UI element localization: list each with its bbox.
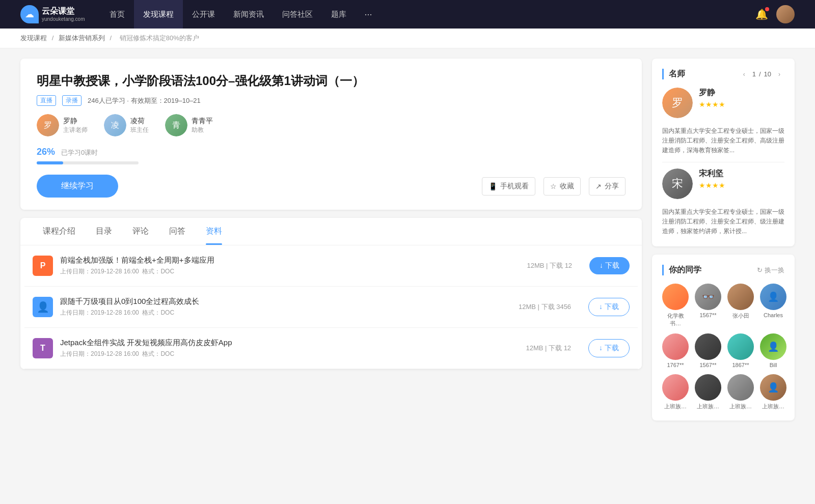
file-name-3: Jetpack全组件实战 开发短视频应用高仿皮皮虾App (60, 338, 519, 348)
left-panel: 明星中教授课，小学阶段语法100分–强化级第1讲动词（一） 直播 录播 246人… (20, 59, 642, 421)
classmate-3[interactable]: 张小田 (727, 284, 754, 327)
navbar-right: 🔔 (755, 5, 795, 23)
classmate-8[interactable]: 👤 Bill (760, 333, 786, 368)
classmate-avatar-4: 👤 (760, 284, 786, 310)
download-button-1[interactable]: ↓ 下载 (589, 257, 630, 274)
download-button-3[interactable]: ↓ 下载 (588, 339, 630, 357)
teacher-2-info: 凌荷 班主任 (130, 117, 149, 134)
share-button[interactable]: ↗ 分享 (589, 177, 626, 195)
teacher-2-role: 班主任 (130, 126, 149, 134)
tab-materials[interactable]: 资料 (196, 218, 232, 245)
share-icon: ↗ (595, 182, 602, 190)
classmates-header: 你的同学 ↻ 换一换 (662, 265, 784, 275)
prev-page-button[interactable]: ‹ (739, 69, 749, 79)
breadcrumb-sep2: / (110, 34, 113, 42)
file-meta-3: 上传日期：2019-12-28 16:00 格式：DOC (60, 350, 519, 358)
classmate-avatar-10 (695, 374, 721, 401)
teacher-profile-info-1: 罗静 ★★★★ (699, 88, 784, 118)
classmate-avatar-11 (727, 374, 754, 401)
nav-item-quiz[interactable]: 题库 (322, 0, 356, 29)
classmate-2[interactable]: 👓 1567** (695, 284, 721, 327)
breadcrumb-discover[interactable]: 发现课程 (20, 34, 47, 42)
classmate-name-3: 张小田 (732, 312, 749, 320)
nav-item-news[interactable]: 新闻资讯 (224, 0, 273, 29)
tab-qa[interactable]: 问答 (159, 218, 196, 245)
bell-icon[interactable]: 🔔 (755, 8, 768, 20)
user-avatar[interactable] (776, 5, 795, 23)
teacher-3-info: 青青平 助教 (192, 117, 213, 134)
classmate-name-2: 1567** (699, 312, 716, 318)
tab-comments[interactable]: 评论 (122, 218, 159, 245)
classmate-name-7: 1867** (732, 362, 749, 368)
breadcrumb-sep1: / (52, 34, 56, 42)
progress-section: 26% 已学习0课时 (37, 147, 626, 164)
classmate-avatar-5 (662, 333, 689, 360)
classmate-name-10: 上班族… (697, 403, 719, 410)
next-page-button[interactable]: › (774, 69, 784, 79)
navbar: ☁ 云朵课堂 yundouketang.com 首页 发现课程 公开课 新闻资讯… (0, 0, 815, 29)
teachers-card: 名师 ‹ 1 / 10 › 罗 罗静 ★★★★ 国内某重点大学 (652, 59, 795, 246)
file-stats-1: 12MB | 下载 12 (527, 261, 572, 270)
classmate-5[interactable]: 1767** (662, 333, 689, 368)
file-item-2: 👤 跟随千万级项目从0到100全过程高效成长 上传日期：2019-12-28 1… (24, 287, 638, 328)
file-icon-2: 👤 (33, 297, 53, 317)
nav-more[interactable]: ··· (356, 0, 382, 29)
classmate-avatar-1 (662, 284, 689, 310)
teacher-1-avatar: 罗 (37, 114, 59, 136)
teachers-card-header: 名师 ‹ 1 / 10 › (662, 69, 784, 79)
course-actions: 继续学习 📱 手机观看 ☆ 收藏 ↗ 分享 (37, 175, 626, 198)
file-stats-3: 12MB | 下载 12 (526, 344, 571, 353)
file-item-1: P 前端全栈加强版！前端全栈+全周期+多端应用 上传日期：2019-12-28 … (24, 245, 638, 287)
tab-intro[interactable]: 课程介绍 (33, 218, 86, 245)
file-icon-1: P (33, 256, 53, 276)
breadcrumb-series[interactable]: 新媒体营销系列 (59, 34, 105, 42)
teacher-profile-name-2: 宋利坚 (699, 169, 784, 179)
teacher-stars-2: ★★★★ (699, 181, 784, 189)
refresh-button[interactable]: ↻ 换一换 (757, 266, 784, 275)
teacher-3-role: 助教 (192, 126, 213, 134)
file-stats-2: 12MB | 下载 3456 (519, 302, 571, 312)
continue-button[interactable]: 继续学习 (37, 175, 118, 198)
classmate-4[interactable]: 👤 Charles (760, 284, 786, 327)
tab-catalog[interactable]: 目录 (86, 218, 122, 245)
teacher-desc-1: 国内某重点大学安全工程专业硕士，国家一级注册消防工程师、注册安全工程师、高级注册… (662, 126, 784, 156)
teacher-desc-2: 国内某重点大学安全工程专业硕士，国家一级注册消防工程师、注册安全工程师、级注册建… (662, 207, 784, 237)
classmate-7[interactable]: 1867** (727, 333, 754, 368)
nav-items: 首页 发现课程 公开课 新闻资讯 问答社区 题库 ··· (100, 0, 755, 29)
classmate-9[interactable]: 上班族… (662, 374, 689, 410)
download-button-2[interactable]: ↓ 下载 (588, 298, 630, 316)
classmate-1[interactable]: 化学教书… (662, 284, 689, 327)
classmate-6[interactable]: 1567** (695, 333, 721, 368)
teachers-pagination: ‹ 1 / 10 › (739, 69, 784, 79)
classmate-name-12: 上班族… (762, 403, 784, 410)
teacher-profile-2: 宋 宋利坚 ★★★★ (662, 169, 784, 199)
nav-item-discover[interactable]: 发现课程 (134, 0, 183, 29)
teacher-stars-1: ★★★★ (699, 100, 784, 108)
tabs-header: 课程介绍 目录 评论 问答 资料 (20, 218, 642, 245)
mobile-watch-button[interactable]: 📱 手机观看 (482, 177, 535, 195)
teacher-2-name: 凌荷 (130, 117, 149, 126)
refresh-icon: ↻ (757, 266, 763, 274)
nav-item-home[interactable]: 首页 (100, 0, 134, 29)
file-name-2: 跟随千万级项目从0到100全过程高效成长 (60, 297, 511, 306)
nav-item-qa[interactable]: 问答社区 (273, 0, 322, 29)
nav-item-public[interactable]: 公开课 (183, 0, 224, 29)
progress-bar-fill (37, 161, 63, 164)
logo[interactable]: ☁ 云朵课堂 yundouketang.com (20, 5, 85, 23)
logo-icon: ☁ (20, 5, 39, 23)
classmates-title: 你的同学 (662, 265, 701, 275)
collect-button[interactable]: ☆ 收藏 (544, 177, 581, 195)
classmate-10[interactable]: 上班族… (695, 374, 721, 410)
main-content: 明星中教授课，小学阶段语法100分–强化级第1讲动词（一） 直播 录播 246人… (0, 48, 815, 431)
progress-percent: 26% (37, 147, 55, 157)
classmate-11[interactable]: 上班族… (727, 374, 754, 410)
teacher-profile-name-1: 罗静 (699, 88, 784, 98)
classmate-name-8: Bill (770, 362, 777, 368)
teacher-1-name: 罗静 (63, 117, 88, 126)
classmates-grid: 化学教书… 👓 1567** 张小田 👤 Charles 1767** (662, 284, 784, 410)
classmate-name-9: 上班族… (664, 403, 687, 410)
classmates-card: 你的同学 ↻ 换一换 化学教书… 👓 1567** 张小田 (652, 255, 795, 421)
classmate-avatar-8: 👤 (760, 333, 786, 360)
classmate-avatar-9 (662, 374, 689, 401)
classmate-12[interactable]: 👤 上班族… (760, 374, 786, 410)
